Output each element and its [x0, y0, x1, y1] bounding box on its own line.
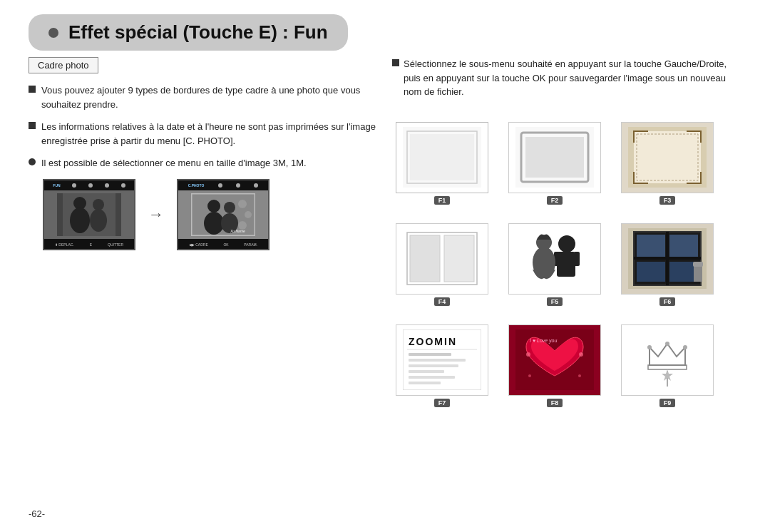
svg-text:Xu Name: Xu Name: [230, 229, 245, 233]
right-column: Sélectionnez le sous-menu souhaité en ap…: [392, 57, 741, 417]
svg-point-65: [665, 342, 669, 346]
svg-rect-50: [409, 353, 451, 356]
svg-rect-54: [409, 376, 455, 379]
frame-cell-4: F4: [392, 223, 492, 316]
bullet-text-1: Vous pouvez ajouter 9 types de bordures …: [41, 83, 378, 111]
page-title: Effet spécial (Touche E) : Fun: [68, 21, 328, 44]
frame-label-2: F2: [547, 196, 563, 205]
frame-image-3: [621, 122, 714, 193]
bullet-text-3: Il est possible de sélectionner ce menu …: [41, 156, 307, 170]
bullet-icon-3: [29, 158, 36, 165]
arrow-icon: →: [148, 205, 164, 224]
svg-rect-6: [115, 193, 121, 236]
svg-rect-52: [409, 364, 458, 367]
right-text-container: Sélectionnez le sous-menu souhaité en ap…: [392, 57, 741, 112]
bullet-text-2: Les informations relatives à la date et …: [41, 120, 378, 148]
frame-label-4: F4: [434, 297, 451, 306]
frame-image-4: [396, 223, 488, 295]
svg-point-66: [683, 345, 687, 349]
frame-cell-6: F6: [617, 223, 717, 316]
frame-label-8: F8: [547, 399, 563, 407]
svg-point-60: [528, 374, 531, 377]
frame-cell-3: F3: [617, 122, 717, 215]
bullet-icon-2: [29, 122, 36, 129]
page-container: Effet spécial (Touche E) : Fun Cadre pho…: [0, 0, 770, 532]
frame-label-5: F5: [547, 297, 563, 306]
svg-rect-55: [409, 382, 441, 384]
svg-point-31: [558, 235, 575, 252]
right-bullet-icon: [392, 59, 399, 66]
svg-point-58: [526, 352, 530, 357]
svg-point-12: [207, 200, 220, 213]
frame-label-3: F3: [659, 196, 676, 205]
svg-rect-40: [669, 235, 698, 257]
svg-rect-44: [666, 232, 669, 285]
frame-image-5: [508, 223, 601, 295]
svg-rect-24: [634, 131, 701, 183]
camera-screen-2: C.PHOTO: [177, 179, 270, 250]
svg-rect-19: [410, 134, 474, 180]
bullet-icon-1: [29, 86, 36, 93]
camera-screen-1: FUN: [43, 179, 135, 250]
svg-point-59: [579, 352, 583, 357]
title-bar: Effet spécial (Touche E) : Fun: [29, 14, 348, 51]
svg-rect-53: [409, 370, 444, 373]
frame-image-2: [508, 122, 601, 193]
svg-point-9: [238, 200, 247, 208]
frame-label-6: F6: [659, 297, 676, 306]
bullet-item-1: Vous pouvez ajouter 9 types de bordures …: [29, 83, 378, 111]
svg-point-4: [90, 209, 107, 232]
svg-point-3: [93, 199, 104, 210]
left-column: Cadre photo Vous pouvez ajouter 9 types …: [29, 57, 378, 250]
frame-image-9: [621, 324, 714, 396]
frame-cell-1: F1: [392, 122, 492, 215]
frame-image-8: I ♥ Love you: [508, 324, 601, 396]
svg-point-10: [245, 211, 252, 218]
svg-point-2: [70, 208, 90, 233]
svg-point-14: [224, 202, 235, 213]
frame-label-7: F7: [434, 399, 451, 407]
svg-rect-28: [410, 235, 440, 282]
frame-cell-7: ZOOMIN F7: [392, 324, 492, 417]
svg-rect-22: [525, 137, 584, 178]
svg-rect-39: [637, 235, 665, 257]
svg-rect-0: [57, 193, 121, 236]
frame-cell-8: I ♥ Love you F8: [505, 324, 605, 417]
camera-screenshots: FUN: [43, 179, 378, 250]
svg-text:I ♥ Love you: I ♥ Love you: [530, 338, 558, 344]
frame-label-9: F9: [659, 399, 676, 407]
frame-cell-5: F5: [505, 223, 605, 316]
page-number: -62-: [29, 508, 45, 519]
frame-image-1: [396, 122, 488, 193]
bullet-item-2: Les informations relatives à la date et …: [29, 120, 378, 148]
svg-rect-46: [693, 262, 703, 267]
bullet-item-3: Il est possible de sélectionner ce menu …: [29, 156, 378, 170]
svg-rect-34: [574, 252, 580, 266]
svg-rect-29: [444, 235, 474, 282]
right-description-text: Sélectionnez le sous-menu souhaité en ap…: [404, 57, 741, 99]
frame-cell-2: F2: [505, 122, 605, 215]
title-dot-icon: [48, 28, 58, 38]
svg-point-13: [204, 212, 224, 235]
svg-rect-5: [57, 193, 63, 236]
svg-rect-51: [409, 359, 466, 362]
frame-label-1: F1: [434, 196, 451, 205]
cadre-photo-label: Cadre photo: [29, 57, 98, 73]
svg-text:ZOOMIN: ZOOMIN: [409, 336, 457, 347]
frame-grid: F1 F2: [392, 122, 741, 417]
svg-point-64: [647, 345, 652, 349]
frame-cell-9: F9: [617, 324, 717, 417]
svg-point-61: [578, 374, 581, 377]
frame-image-7: ZOOMIN: [396, 324, 488, 396]
frame-image-6: [621, 223, 714, 295]
svg-rect-41: [637, 262, 665, 282]
